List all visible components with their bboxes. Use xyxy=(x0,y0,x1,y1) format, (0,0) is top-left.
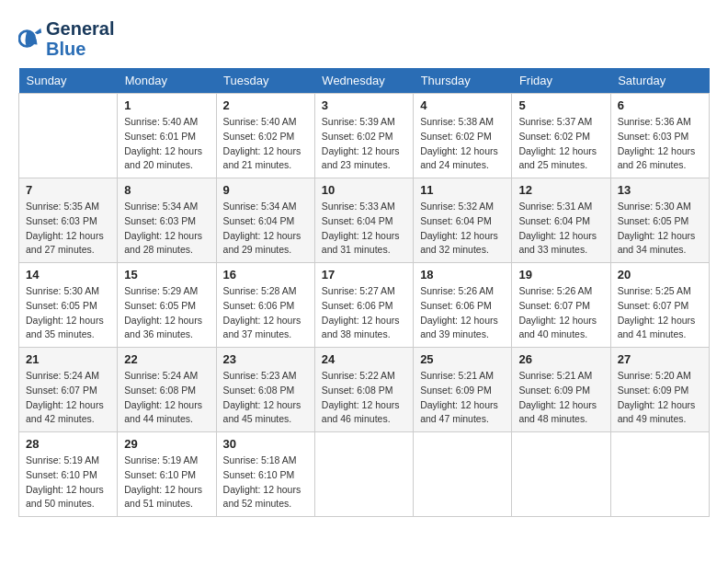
day-info: Sunrise: 5:39 AMSunset: 6:02 PMDaylight:… xyxy=(322,115,406,173)
weekday-header-friday: Friday xyxy=(512,68,610,94)
day-cell: 30Sunrise: 5:18 AMSunset: 6:10 PMDayligh… xyxy=(216,432,314,517)
day-cell: 3Sunrise: 5:39 AMSunset: 6:02 PMDaylight… xyxy=(314,94,413,178)
day-info: Sunrise: 5:37 AMSunset: 6:02 PMDaylight:… xyxy=(518,115,603,173)
day-cell: 19Sunrise: 5:26 AMSunset: 6:07 PMDayligh… xyxy=(512,263,610,348)
day-number: 14 xyxy=(26,268,110,282)
day-number: 20 xyxy=(618,268,702,282)
day-number: 19 xyxy=(518,268,603,282)
day-cell xyxy=(314,432,413,517)
day-number: 12 xyxy=(518,183,603,197)
day-number: 21 xyxy=(26,352,110,366)
day-info: Sunrise: 5:31 AMSunset: 6:04 PMDaylight:… xyxy=(518,200,603,258)
day-cell xyxy=(512,432,610,517)
day-number: 27 xyxy=(618,352,702,366)
day-info: Sunrise: 5:34 AMSunset: 6:03 PMDaylight:… xyxy=(124,200,209,258)
day-cell: 20Sunrise: 5:25 AMSunset: 6:07 PMDayligh… xyxy=(610,263,709,348)
day-info: Sunrise: 5:23 AMSunset: 6:08 PMDaylight:… xyxy=(223,369,308,427)
week-row-5: 28Sunrise: 5:19 AMSunset: 6:10 PMDayligh… xyxy=(19,432,710,517)
week-row-1: 1Sunrise: 5:40 AMSunset: 6:01 PMDaylight… xyxy=(19,94,710,178)
day-info: Sunrise: 5:30 AMSunset: 6:05 PMDaylight:… xyxy=(618,200,702,258)
day-cell: 25Sunrise: 5:21 AMSunset: 6:09 PMDayligh… xyxy=(414,348,512,432)
day-cell: 9Sunrise: 5:34 AMSunset: 6:04 PMDaylight… xyxy=(216,178,314,263)
day-number: 9 xyxy=(223,183,308,197)
weekday-header-row: SundayMondayTuesdayWednesdayThursdayFrid… xyxy=(19,68,710,94)
day-cell: 11Sunrise: 5:32 AMSunset: 6:04 PMDayligh… xyxy=(414,178,512,263)
day-info: Sunrise: 5:25 AMSunset: 6:07 PMDaylight:… xyxy=(618,284,702,342)
day-info: Sunrise: 5:26 AMSunset: 6:07 PMDaylight:… xyxy=(518,284,603,342)
weekday-header-monday: Monday xyxy=(118,68,216,94)
day-number: 5 xyxy=(518,98,603,112)
day-number: 2 xyxy=(223,98,308,112)
day-cell: 15Sunrise: 5:29 AMSunset: 6:05 PMDayligh… xyxy=(118,263,216,348)
day-cell: 13Sunrise: 5:30 AMSunset: 6:05 PMDayligh… xyxy=(610,178,709,263)
day-cell: 24Sunrise: 5:22 AMSunset: 6:08 PMDayligh… xyxy=(314,348,413,432)
day-info: Sunrise: 5:26 AMSunset: 6:06 PMDaylight:… xyxy=(420,284,505,342)
day-info: Sunrise: 5:21 AMSunset: 6:09 PMDaylight:… xyxy=(518,369,603,427)
day-info: Sunrise: 5:33 AMSunset: 6:04 PMDaylight:… xyxy=(322,200,406,258)
day-cell: 5Sunrise: 5:37 AMSunset: 6:02 PMDaylight… xyxy=(512,94,610,178)
day-info: Sunrise: 5:21 AMSunset: 6:09 PMDaylight:… xyxy=(420,369,505,427)
day-number: 26 xyxy=(518,352,603,366)
day-number: 29 xyxy=(124,437,209,451)
day-cell: 29Sunrise: 5:19 AMSunset: 6:10 PMDayligh… xyxy=(118,432,216,517)
day-info: Sunrise: 5:19 AMSunset: 6:10 PMDaylight:… xyxy=(26,454,110,511)
day-info: Sunrise: 5:24 AMSunset: 6:08 PMDaylight:… xyxy=(124,369,209,427)
weekday-header-tuesday: Tuesday xyxy=(216,68,314,94)
day-info: Sunrise: 5:30 AMSunset: 6:05 PMDaylight:… xyxy=(26,284,110,342)
logo-icon xyxy=(18,26,44,52)
week-row-3: 14Sunrise: 5:30 AMSunset: 6:05 PMDayligh… xyxy=(19,263,710,348)
week-row-4: 21Sunrise: 5:24 AMSunset: 6:07 PMDayligh… xyxy=(19,348,710,432)
day-info: Sunrise: 5:20 AMSunset: 6:09 PMDaylight:… xyxy=(618,369,702,427)
day-cell xyxy=(610,432,709,517)
day-info: Sunrise: 5:35 AMSunset: 6:03 PMDaylight:… xyxy=(26,200,110,258)
day-cell: 6Sunrise: 5:36 AMSunset: 6:03 PMDaylight… xyxy=(610,94,709,178)
day-number: 7 xyxy=(26,183,110,197)
weekday-header-sunday: Sunday xyxy=(19,68,118,94)
day-cell: 27Sunrise: 5:20 AMSunset: 6:09 PMDayligh… xyxy=(610,348,709,432)
day-number: 8 xyxy=(124,183,209,197)
logo: General Blue xyxy=(18,18,114,59)
day-cell: 8Sunrise: 5:34 AMSunset: 6:03 PMDaylight… xyxy=(118,178,216,263)
day-info: Sunrise: 5:32 AMSunset: 6:04 PMDaylight:… xyxy=(420,200,505,258)
day-cell: 1Sunrise: 5:40 AMSunset: 6:01 PMDaylight… xyxy=(118,94,216,178)
day-cell xyxy=(19,94,118,178)
weekday-header-thursday: Thursday xyxy=(414,68,512,94)
day-cell: 28Sunrise: 5:19 AMSunset: 6:10 PMDayligh… xyxy=(19,432,118,517)
day-cell: 14Sunrise: 5:30 AMSunset: 6:05 PMDayligh… xyxy=(19,263,118,348)
day-cell: 26Sunrise: 5:21 AMSunset: 6:09 PMDayligh… xyxy=(512,348,610,432)
day-number: 10 xyxy=(322,183,406,197)
day-cell: 10Sunrise: 5:33 AMSunset: 6:04 PMDayligh… xyxy=(314,178,413,263)
weekday-header-saturday: Saturday xyxy=(610,68,709,94)
day-info: Sunrise: 5:29 AMSunset: 6:05 PMDaylight:… xyxy=(124,284,209,342)
day-cell: 7Sunrise: 5:35 AMSunset: 6:03 PMDaylight… xyxy=(19,178,118,263)
day-number: 11 xyxy=(420,183,505,197)
day-cell: 4Sunrise: 5:38 AMSunset: 6:02 PMDaylight… xyxy=(414,94,512,178)
day-info: Sunrise: 5:34 AMSunset: 6:04 PMDaylight:… xyxy=(223,200,308,258)
day-cell: 21Sunrise: 5:24 AMSunset: 6:07 PMDayligh… xyxy=(19,348,118,432)
day-number: 24 xyxy=(322,352,406,366)
day-cell: 12Sunrise: 5:31 AMSunset: 6:04 PMDayligh… xyxy=(512,178,610,263)
day-number: 16 xyxy=(223,268,308,282)
day-info: Sunrise: 5:27 AMSunset: 6:06 PMDaylight:… xyxy=(322,284,406,342)
page-header: General Blue xyxy=(18,18,710,59)
day-number: 17 xyxy=(322,268,406,282)
day-cell: 2Sunrise: 5:40 AMSunset: 6:02 PMDaylight… xyxy=(216,94,314,178)
calendar-table: SundayMondayTuesdayWednesdayThursdayFrid… xyxy=(18,68,710,517)
day-number: 25 xyxy=(420,352,505,366)
day-info: Sunrise: 5:22 AMSunset: 6:08 PMDaylight:… xyxy=(322,369,406,427)
day-info: Sunrise: 5:19 AMSunset: 6:10 PMDaylight:… xyxy=(124,454,209,511)
day-number: 30 xyxy=(223,437,308,451)
day-number: 23 xyxy=(223,352,308,366)
day-number: 18 xyxy=(420,268,505,282)
day-number: 3 xyxy=(322,98,406,112)
day-cell xyxy=(414,432,512,517)
day-cell: 17Sunrise: 5:27 AMSunset: 6:06 PMDayligh… xyxy=(314,263,413,348)
day-info: Sunrise: 5:40 AMSunset: 6:02 PMDaylight:… xyxy=(223,115,308,173)
day-number: 13 xyxy=(618,183,702,197)
day-info: Sunrise: 5:18 AMSunset: 6:10 PMDaylight:… xyxy=(223,454,308,511)
week-row-2: 7Sunrise: 5:35 AMSunset: 6:03 PMDaylight… xyxy=(19,178,710,263)
day-cell: 22Sunrise: 5:24 AMSunset: 6:08 PMDayligh… xyxy=(118,348,216,432)
day-cell: 23Sunrise: 5:23 AMSunset: 6:08 PMDayligh… xyxy=(216,348,314,432)
logo-text: General Blue xyxy=(46,18,114,59)
day-info: Sunrise: 5:24 AMSunset: 6:07 PMDaylight:… xyxy=(26,369,110,427)
